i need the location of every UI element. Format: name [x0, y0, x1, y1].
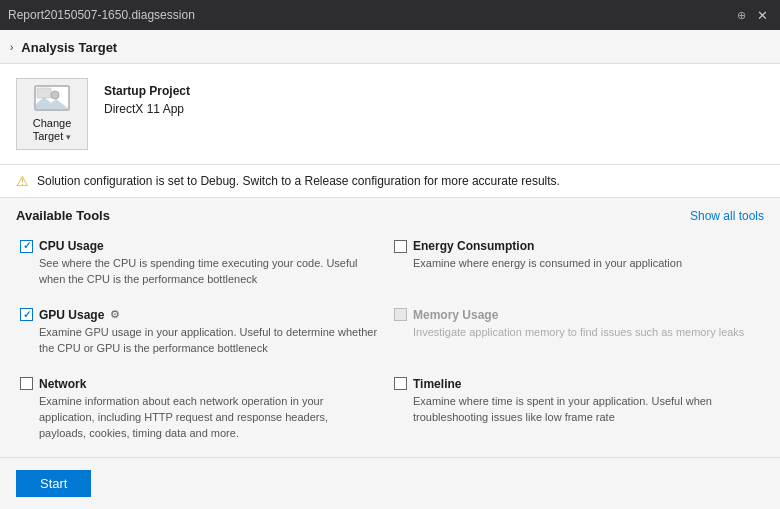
tool-item-network: Network Examine information about each n…	[16, 369, 390, 454]
cpu-usage-name: CPU Usage	[39, 239, 104, 253]
energy-consumption-checkbox[interactable]	[394, 240, 407, 253]
change-target-label: Change Target ▾	[33, 117, 72, 143]
analysis-target-section-header: › Analysis Target	[0, 30, 780, 64]
memory-usage-checkbox	[394, 308, 407, 321]
warning-text: Solution configuration is set to Debug. …	[37, 174, 560, 188]
close-button[interactable]: ✕	[752, 8, 772, 23]
tool-item-memory-usage: Memory Usage Investigate application mem…	[390, 300, 764, 369]
cpu-usage-desc: See where the CPU is spending time execu…	[20, 256, 378, 288]
network-name: Network	[39, 377, 86, 391]
memory-usage-desc: Investigate application memory to find i…	[394, 325, 752, 341]
startup-info: Startup Project DirectX 11 App	[104, 78, 190, 116]
svg-rect-1	[37, 88, 51, 98]
pin-icon[interactable]: ⊕	[737, 9, 746, 22]
timeline-name: Timeline	[413, 377, 461, 391]
memory-usage-name: Memory Usage	[413, 308, 498, 322]
tool-item-gpu-usage-header: GPU Usage ⚙	[20, 308, 378, 322]
tool-item-energy-header: Energy Consumption	[394, 239, 752, 253]
section-chevron-icon[interactable]: ›	[10, 42, 13, 53]
change-target-image-icon	[34, 85, 70, 113]
network-desc: Examine information about each network o…	[20, 394, 378, 442]
tool-item-memory-header: Memory Usage	[394, 308, 752, 322]
main-content: › Analysis Target Change Target ▾ Startu…	[0, 30, 780, 509]
change-target-dropdown-arrow: ▾	[66, 132, 71, 142]
cpu-usage-checkbox[interactable]	[20, 240, 33, 253]
title-bar: Report20150507-1650.diagsession ⊕ ✕	[0, 0, 780, 30]
tool-item-timeline: Timeline Examine where time is spent in …	[390, 369, 764, 454]
tool-item-gpu-usage: GPU Usage ⚙ Examine GPU usage in your ap…	[16, 300, 390, 369]
tool-item-cpu-usage-header: CPU Usage	[20, 239, 378, 253]
change-target-button[interactable]: Change Target ▾	[16, 78, 88, 150]
startup-project-label: Startup Project	[104, 84, 190, 98]
gpu-usage-checkbox[interactable]	[20, 308, 33, 321]
title-bar-filename: Report20150507-1650.diagsession	[8, 8, 731, 22]
tool-item-cpu-usage: CPU Usage See where the CPU is spending …	[16, 231, 390, 300]
gpu-usage-gear-icon[interactable]: ⚙	[110, 308, 120, 321]
tool-item-energy-consumption: Energy Consumption Examine where energy …	[390, 231, 764, 300]
timeline-desc: Examine where time is spent in your appl…	[394, 394, 752, 426]
available-tools-section: Available Tools Show all tools CPU Usage…	[0, 198, 780, 466]
warning-icon: ⚠	[16, 173, 29, 189]
available-tools-title: Available Tools	[16, 208, 110, 223]
tools-section-header: Available Tools Show all tools	[0, 198, 780, 231]
warning-bar: ⚠ Solution configuration is set to Debug…	[0, 165, 780, 198]
energy-consumption-name: Energy Consumption	[413, 239, 534, 253]
analysis-target-title: Analysis Target	[21, 40, 117, 55]
energy-consumption-desc: Examine where energy is consumed in your…	[394, 256, 752, 272]
tool-item-timeline-header: Timeline	[394, 377, 752, 391]
gpu-usage-name: GPU Usage	[39, 308, 104, 322]
bottom-bar: Start	[0, 457, 780, 509]
tools-grid: CPU Usage See where the CPU is spending …	[0, 231, 780, 466]
start-button[interactable]: Start	[16, 470, 91, 497]
network-checkbox[interactable]	[20, 377, 33, 390]
startup-project-value: DirectX 11 App	[104, 102, 190, 116]
svg-point-2	[51, 91, 59, 99]
gpu-usage-desc: Examine GPU usage in your application. U…	[20, 325, 378, 357]
show-all-tools-link[interactable]: Show all tools	[690, 209, 764, 223]
tool-item-network-header: Network	[20, 377, 378, 391]
timeline-checkbox[interactable]	[394, 377, 407, 390]
analysis-target-content: Change Target ▾ Startup Project DirectX …	[0, 64, 780, 165]
